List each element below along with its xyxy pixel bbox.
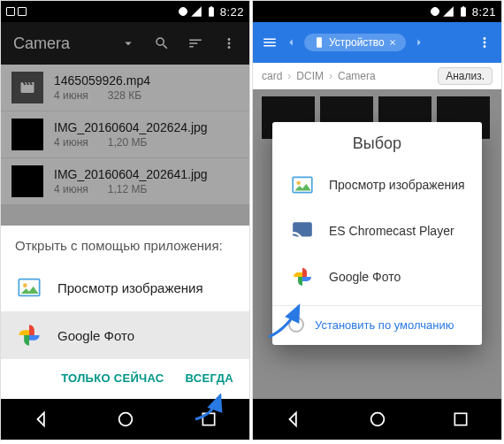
nav-home-icon[interactable] — [368, 410, 387, 429]
menu-icon[interactable] — [262, 34, 278, 50]
status-signal-icon — [442, 5, 454, 18]
file-size: 1,12 МБ — [108, 183, 148, 195]
overflow-icon[interactable] — [221, 35, 237, 51]
status-dnd-icon — [179, 7, 187, 16]
status-battery-icon — [205, 5, 218, 18]
status-time: 8:21 — [472, 5, 496, 19]
nav-bar — [1, 399, 249, 440]
gallery-icon — [15, 273, 43, 302]
svg-rect-10 — [454, 413, 466, 425]
dialog-item-label: Google Фото — [329, 270, 401, 284]
sort-icon[interactable] — [187, 35, 203, 51]
nav-bar — [253, 399, 501, 440]
search-icon[interactable] — [154, 35, 170, 51]
dialog-item-es-chromecast[interactable]: ES Chromecast Player — [272, 208, 482, 254]
set-default-row[interactable]: Установить по умолчанию — [272, 306, 482, 345]
file-thumb-video — [11, 72, 43, 103]
set-default-label: Установить по умолчанию — [315, 318, 454, 332]
dialog-item-label: Просмотр изображения — [329, 178, 465, 192]
phone-icon — [313, 36, 325, 49]
status-bar: 8:21 — [253, 1, 501, 22]
status-signal-icon — [190, 5, 202, 18]
chromecast-icon — [288, 217, 317, 245]
file-thumb-image — [11, 119, 43, 150]
device-tag-label: Устройство — [329, 36, 385, 49]
svg-point-8 — [293, 238, 295, 241]
nav-recent-icon[interactable] — [452, 410, 470, 428]
google-photos-icon — [15, 321, 43, 349]
nav-recent-icon[interactable] — [200, 410, 218, 428]
radio-unchecked[interactable] — [288, 317, 304, 333]
status-time: 8:22 — [220, 5, 244, 19]
always-button[interactable]: ВСЕГДА — [179, 364, 241, 392]
file-size: 328 КБ — [108, 89, 141, 102]
google-photos-icon — [288, 263, 317, 291]
crumb-seg[interactable]: card — [262, 70, 282, 82]
file-thumb-image — [11, 165, 43, 197]
dropdown-icon[interactable] — [120, 35, 136, 51]
file-date: 4 июня — [54, 89, 88, 102]
sheet-title: Открыть с помощью приложения: — [1, 226, 249, 264]
dialog-item-label: ES Chromecast Player — [329, 224, 454, 238]
gallery-icon — [288, 171, 317, 199]
file-size: 1,20 МБ — [108, 136, 148, 149]
phone-right: 8:21 Устройство card › DCIM › Camera Ана… — [252, 0, 502, 440]
device-tag[interactable]: Устройство — [304, 34, 406, 51]
status-battery-icon — [457, 5, 470, 18]
file-date: 4 июня — [54, 136, 88, 149]
status-dnd-icon — [431, 7, 439, 16]
file-row[interactable]: IMG_20160604_202641.jpg 4 июня 1,12 МБ — [1, 158, 249, 204]
svg-point-2 — [119, 413, 133, 426]
analyze-button[interactable]: Анализ. — [438, 67, 493, 85]
nav-home-icon[interactable] — [116, 410, 135, 429]
dialog-title: Выбор — [272, 122, 482, 162]
file-date: 4 июня — [54, 183, 88, 195]
open-with-sheet: Открыть с помощью приложения: Просмотр и… — [1, 226, 249, 399]
chevron-right-icon: › — [329, 70, 332, 82]
file-row[interactable]: IMG_20160604_202624.jpg 4 июня 1,20 МБ — [1, 111, 249, 157]
open-with-dialog: Выбор Просмотр изображения ES Chromecast… — [272, 122, 482, 345]
close-icon[interactable] — [388, 36, 397, 49]
file-row[interactable]: 1465059926.mp4 4 июня 328 КБ — [1, 65, 249, 111]
overflow-icon[interactable] — [477, 34, 493, 50]
file-name: 1465059926.mp4 — [54, 73, 239, 88]
dialog-item-gallery[interactable]: Просмотр изображения — [272, 162, 482, 208]
just-once-button[interactable]: ТОЛЬКО СЕЙЧАС — [54, 364, 171, 392]
sheet-item-label: Google Фото — [57, 328, 134, 343]
status-icon-1 — [6, 7, 15, 16]
status-bar: 8:22 — [1, 1, 249, 22]
svg-rect-4 — [317, 37, 322, 48]
file-name: IMG_20160604_202624.jpg — [54, 120, 239, 134]
status-icon-2 — [18, 7, 27, 16]
nav-back-icon[interactable] — [285, 410, 304, 429]
svg-point-9 — [371, 413, 385, 426]
es-toolbar: Устройство — [253, 22, 501, 63]
phone-left: 8:22 Camera 1465059926.mp4 4 июня 328 КБ — [0, 0, 250, 440]
crumb-seg[interactable]: DCIM — [296, 70, 324, 82]
chevron-left-icon[interactable] — [285, 36, 297, 49]
sheet-item-google-photos[interactable]: Google Фото — [1, 311, 249, 359]
file-name: IMG_20160604_202641.jpg — [54, 167, 239, 181]
svg-point-1 — [23, 283, 27, 287]
chevron-right-icon[interactable] — [413, 36, 425, 49]
crumb-seg[interactable]: Camera — [338, 70, 376, 82]
svg-rect-7 — [293, 222, 312, 236]
nav-back-icon[interactable] — [33, 410, 52, 429]
app-title: Camera — [13, 34, 120, 53]
sheet-item-label: Просмотр изображения — [57, 280, 203, 295]
app-bar: Camera — [1, 22, 249, 65]
file-list: 1465059926.mp4 4 июня 328 КБ IMG_2016060… — [1, 65, 249, 234]
dialog-item-google-photos[interactable]: Google Фото — [272, 254, 482, 300]
sheet-item-gallery[interactable]: Просмотр изображения — [1, 264, 249, 311]
video-icon — [19, 80, 35, 96]
chevron-right-icon: › — [287, 70, 291, 82]
breadcrumb: card › DCIM › Camera Анализ. — [253, 63, 501, 89]
svg-point-6 — [297, 181, 301, 185]
svg-rect-3 — [202, 413, 214, 425]
